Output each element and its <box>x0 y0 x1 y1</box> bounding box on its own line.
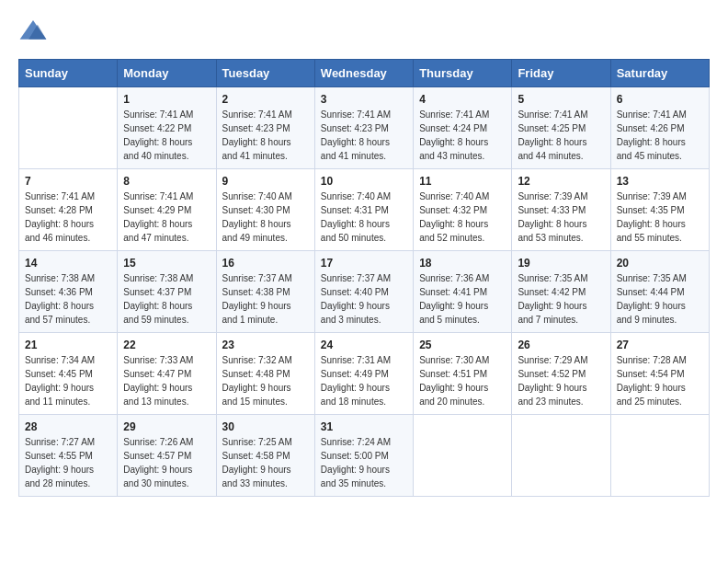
day-info: Sunrise: 7:39 AMSunset: 4:33 PMDaylight:… <box>518 190 604 245</box>
calendar-cell: 29Sunrise: 7:26 AMSunset: 4:57 PMDayligh… <box>118 415 216 497</box>
calendar-cell: 15Sunrise: 7:38 AMSunset: 4:37 PMDayligh… <box>118 251 216 333</box>
calendar-cell: 27Sunrise: 7:28 AMSunset: 4:54 PMDayligh… <box>610 333 709 415</box>
logo <box>18 18 51 44</box>
day-number: 1 <box>123 93 210 106</box>
day-number: 14 <box>25 257 111 270</box>
day-number: 26 <box>518 339 604 351</box>
weekday-header-wednesday: Wednesday <box>314 60 413 87</box>
calendar-cell: 25Sunrise: 7:30 AMSunset: 4:51 PMDayligh… <box>414 333 512 415</box>
calendar-cell <box>512 415 610 497</box>
day-info: Sunrise: 7:41 AMSunset: 4:28 PMDaylight:… <box>25 190 111 245</box>
calendar-cell: 1Sunrise: 7:41 AMSunset: 4:22 PMDaylight… <box>118 87 216 169</box>
calendar-cell: 19Sunrise: 7:35 AMSunset: 4:42 PMDayligh… <box>512 251 610 333</box>
calendar-cell: 12Sunrise: 7:39 AMSunset: 4:33 PMDayligh… <box>512 169 610 251</box>
calendar-cell: 20Sunrise: 7:35 AMSunset: 4:44 PMDayligh… <box>610 251 709 333</box>
day-info: Sunrise: 7:41 AMSunset: 4:24 PMDaylight:… <box>419 108 506 163</box>
weekday-header-tuesday: Tuesday <box>216 60 314 87</box>
day-number: 2 <box>222 93 309 106</box>
calendar-cell: 24Sunrise: 7:31 AMSunset: 4:49 PMDayligh… <box>314 333 413 415</box>
calendar-cell: 5Sunrise: 7:41 AMSunset: 4:25 PMDaylight… <box>512 87 610 169</box>
weekday-header-monday: Monday <box>118 60 216 87</box>
day-info: Sunrise: 7:34 AMSunset: 4:45 PMDaylight:… <box>25 353 111 408</box>
calendar-cell: 18Sunrise: 7:36 AMSunset: 4:41 PMDayligh… <box>414 251 512 333</box>
calendar-cell: 23Sunrise: 7:32 AMSunset: 4:48 PMDayligh… <box>216 333 314 415</box>
day-info: Sunrise: 7:41 AMSunset: 4:25 PMDaylight:… <box>518 108 604 163</box>
day-info: Sunrise: 7:38 AMSunset: 4:36 PMDaylight:… <box>25 271 111 327</box>
calendar-cell: 21Sunrise: 7:34 AMSunset: 4:45 PMDayligh… <box>19 333 118 415</box>
weekday-header-thursday: Thursday <box>414 60 512 87</box>
calendar-cell <box>610 415 709 497</box>
calendar-cell: 3Sunrise: 7:41 AMSunset: 4:23 PMDaylight… <box>314 87 413 169</box>
day-info: Sunrise: 7:24 AMSunset: 5:00 PMDaylight:… <box>321 435 407 490</box>
day-number: 21 <box>25 339 111 351</box>
day-number: 22 <box>123 339 210 351</box>
day-info: Sunrise: 7:26 AMSunset: 4:57 PMDaylight:… <box>123 435 210 490</box>
day-info: Sunrise: 7:40 AMSunset: 4:30 PMDaylight:… <box>222 190 309 245</box>
day-number: 29 <box>123 420 210 433</box>
calendar-cell: 6Sunrise: 7:41 AMSunset: 4:26 PMDaylight… <box>610 87 709 169</box>
day-info: Sunrise: 7:27 AMSunset: 4:55 PMDaylight:… <box>25 435 111 490</box>
calendar-week-row: 7Sunrise: 7:41 AMSunset: 4:28 PMDaylight… <box>19 169 710 251</box>
day-number: 12 <box>518 175 604 188</box>
calendar-cell: 26Sunrise: 7:29 AMSunset: 4:52 PMDayligh… <box>512 333 610 415</box>
calendar-cell: 17Sunrise: 7:37 AMSunset: 4:40 PMDayligh… <box>314 251 413 333</box>
day-number: 20 <box>617 257 703 270</box>
day-info: Sunrise: 7:29 AMSunset: 4:52 PMDaylight:… <box>518 353 604 408</box>
day-info: Sunrise: 7:37 AMSunset: 4:40 PMDaylight:… <box>321 271 407 327</box>
calendar-cell: 16Sunrise: 7:37 AMSunset: 4:38 PMDayligh… <box>216 251 314 333</box>
calendar-week-row: 28Sunrise: 7:27 AMSunset: 4:55 PMDayligh… <box>19 415 710 497</box>
calendar-cell: 10Sunrise: 7:40 AMSunset: 4:31 PMDayligh… <box>314 169 413 251</box>
day-info: Sunrise: 7:37 AMSunset: 4:38 PMDaylight:… <box>222 271 309 327</box>
day-number: 17 <box>321 257 407 270</box>
logo-icon <box>18 18 48 44</box>
calendar-cell <box>19 87 118 169</box>
day-number: 19 <box>518 257 604 270</box>
calendar-cell: 2Sunrise: 7:41 AMSunset: 4:23 PMDaylight… <box>216 87 314 169</box>
day-info: Sunrise: 7:40 AMSunset: 4:31 PMDaylight:… <box>321 190 407 245</box>
page-header <box>18 18 710 44</box>
day-number: 31 <box>321 420 407 433</box>
day-number: 27 <box>617 339 703 351</box>
day-info: Sunrise: 7:30 AMSunset: 4:51 PMDaylight:… <box>419 353 506 408</box>
day-info: Sunrise: 7:41 AMSunset: 4:22 PMDaylight:… <box>123 108 210 163</box>
day-number: 13 <box>617 175 703 188</box>
day-number: 24 <box>321 339 407 351</box>
day-number: 3 <box>321 93 407 106</box>
calendar-cell: 8Sunrise: 7:41 AMSunset: 4:29 PMDaylight… <box>118 169 216 251</box>
calendar-cell: 22Sunrise: 7:33 AMSunset: 4:47 PMDayligh… <box>118 333 216 415</box>
day-number: 18 <box>419 257 506 270</box>
day-number: 23 <box>222 339 309 351</box>
calendar-week-row: 14Sunrise: 7:38 AMSunset: 4:36 PMDayligh… <box>19 251 710 333</box>
day-number: 11 <box>419 175 506 188</box>
calendar-cell: 13Sunrise: 7:39 AMSunset: 4:35 PMDayligh… <box>610 169 709 251</box>
day-number: 25 <box>419 339 506 351</box>
day-info: Sunrise: 7:41 AMSunset: 4:23 PMDaylight:… <box>222 108 309 163</box>
calendar-cell: 9Sunrise: 7:40 AMSunset: 4:30 PMDaylight… <box>216 169 314 251</box>
calendar-cell: 31Sunrise: 7:24 AMSunset: 5:00 PMDayligh… <box>314 415 413 497</box>
day-info: Sunrise: 7:35 AMSunset: 4:42 PMDaylight:… <box>518 271 604 327</box>
day-info: Sunrise: 7:31 AMSunset: 4:49 PMDaylight:… <box>321 353 407 408</box>
day-number: 28 <box>25 420 111 433</box>
calendar-week-row: 21Sunrise: 7:34 AMSunset: 4:45 PMDayligh… <box>19 333 710 415</box>
calendar-table: SundayMondayTuesdayWednesdayThursdayFrid… <box>18 59 710 497</box>
day-number: 7 <box>25 175 111 188</box>
day-number: 4 <box>419 93 506 106</box>
day-number: 5 <box>518 93 604 106</box>
day-number: 9 <box>222 175 309 188</box>
calendar-cell: 14Sunrise: 7:38 AMSunset: 4:36 PMDayligh… <box>19 251 118 333</box>
weekday-header-row: SundayMondayTuesdayWednesdayThursdayFrid… <box>19 60 710 87</box>
weekday-header-sunday: Sunday <box>19 60 118 87</box>
calendar-cell <box>414 415 512 497</box>
day-number: 15 <box>123 257 210 270</box>
day-number: 30 <box>222 420 309 433</box>
day-info: Sunrise: 7:39 AMSunset: 4:35 PMDaylight:… <box>617 190 703 245</box>
calendar-cell: 28Sunrise: 7:27 AMSunset: 4:55 PMDayligh… <box>19 415 118 497</box>
calendar-cell: 7Sunrise: 7:41 AMSunset: 4:28 PMDaylight… <box>19 169 118 251</box>
weekday-header-friday: Friday <box>512 60 610 87</box>
day-number: 6 <box>617 93 703 106</box>
day-info: Sunrise: 7:36 AMSunset: 4:41 PMDaylight:… <box>419 271 506 327</box>
day-info: Sunrise: 7:38 AMSunset: 4:37 PMDaylight:… <box>123 271 210 327</box>
calendar-cell: 4Sunrise: 7:41 AMSunset: 4:24 PMDaylight… <box>414 87 512 169</box>
day-info: Sunrise: 7:40 AMSunset: 4:32 PMDaylight:… <box>419 190 506 245</box>
day-info: Sunrise: 7:41 AMSunset: 4:29 PMDaylight:… <box>123 190 210 245</box>
